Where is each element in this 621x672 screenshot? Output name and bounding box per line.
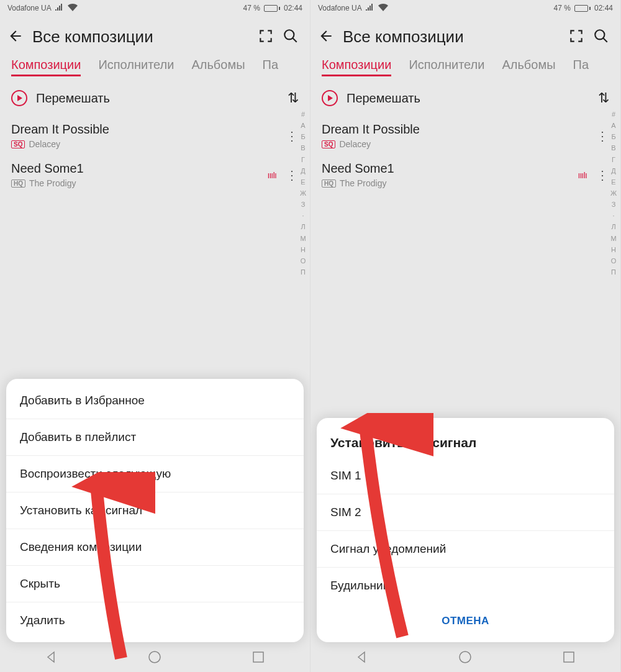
clock: 02:44 xyxy=(284,4,302,12)
play-icon xyxy=(322,90,338,106)
song-artist: The Prodigy xyxy=(340,178,386,188)
sort-icon[interactable]: ⇅ xyxy=(288,90,299,106)
battery-icon xyxy=(264,5,280,12)
song-title: Need Some1 xyxy=(322,161,578,176)
clock: 02:44 xyxy=(594,4,613,12)
search-icon[interactable] xyxy=(593,28,609,47)
svg-point-4 xyxy=(460,652,471,663)
wifi-icon xyxy=(68,4,78,13)
sort-icon[interactable]: ⇅ xyxy=(598,90,609,106)
page-title: Все композиции xyxy=(343,27,560,47)
search-icon[interactable] xyxy=(283,28,299,47)
song-item[interactable]: Dream It Possible SQ Delacey ⋮ xyxy=(11,116,299,155)
more-icon[interactable]: ⋮ xyxy=(285,129,299,143)
ringtone-dialog: Установить как сигнал SIM 1 SIM 2 Сигнал… xyxy=(317,418,614,642)
song-item[interactable]: Need Some1 HQ The Prodigy ıııIı ⋮ xyxy=(322,155,609,194)
scan-icon[interactable] xyxy=(568,28,584,47)
song-artist: Delacey xyxy=(339,139,371,149)
wifi-icon xyxy=(378,4,388,13)
song-artist: The Prodigy xyxy=(29,178,76,188)
status-bar: Vodafone UA 47 % 02:44 xyxy=(310,0,620,16)
header: Все композиции xyxy=(310,16,620,58)
signal-icon xyxy=(55,4,64,12)
tab-artists[interactable]: Исполнители xyxy=(409,58,484,76)
svg-point-3 xyxy=(595,30,604,39)
menu-hide[interactable]: Скрыть xyxy=(6,566,304,602)
equalizer-icon: ıııIı xyxy=(578,170,587,180)
shuffle-label: Перемешать xyxy=(347,91,589,106)
phone-right: Vodafone UA 47 % 02:44 Все композиции xyxy=(310,0,621,672)
menu-add-playlist[interactable]: Добавить в плейлист xyxy=(6,419,304,456)
alpha-index[interactable]: #АБ ВГД ЕЖЗ ·ЛМ НОП xyxy=(609,109,618,278)
svg-rect-2 xyxy=(253,652,263,662)
header: Все композиции xyxy=(0,16,310,58)
play-icon xyxy=(11,90,27,106)
dialog-title: Установить как сигнал xyxy=(317,422,614,458)
nav-home-icon[interactable] xyxy=(458,650,473,667)
menu-add-favorite[interactable]: Добавить в Избранное xyxy=(6,383,304,419)
song-title: Dream It Possible xyxy=(11,122,285,137)
song-item[interactable]: Need Some1 HQ The Prodigy ıııIı ⋮ xyxy=(11,155,299,194)
nav-home-icon[interactable] xyxy=(147,650,162,667)
menu-song-info[interactable]: Сведения композиции xyxy=(6,529,304,566)
signal-icon xyxy=(366,4,374,12)
back-icon[interactable] xyxy=(7,28,24,47)
nav-recent-icon[interactable] xyxy=(561,650,576,667)
option-sim2[interactable]: SIM 2 xyxy=(317,494,614,531)
battery-pct: 47 % xyxy=(243,4,260,12)
quality-badge: SQ xyxy=(11,140,25,148)
quality-badge: HQ xyxy=(11,179,25,188)
page-title: Все композиции xyxy=(32,27,249,47)
more-icon[interactable]: ⋮ xyxy=(596,129,609,143)
option-alarm[interactable]: Будильник xyxy=(317,568,614,604)
battery-pct: 47 % xyxy=(554,4,571,12)
tab-songs[interactable]: Композиции xyxy=(322,58,391,76)
tabs: Композиции Исполнители Альбомы Па xyxy=(0,58,310,80)
menu-set-ringtone[interactable]: Установить как сигнал xyxy=(6,493,304,529)
tab-more[interactable]: Па xyxy=(263,58,279,76)
menu-play-next[interactable]: Воспроизвести следующую xyxy=(6,456,304,493)
svg-point-0 xyxy=(284,30,294,39)
nav-bar xyxy=(0,645,310,672)
equalizer-icon: ıııIı xyxy=(268,170,276,180)
alpha-index[interactable]: #АБ ВГД ЕЖЗ ·ЛМ НОП xyxy=(299,109,307,278)
song-item[interactable]: Dream It Possible SQ Delacey ⋮ xyxy=(322,116,609,155)
nav-bar xyxy=(310,645,620,672)
context-menu: Добавить в Избранное Добавить в плейлист… xyxy=(6,379,304,642)
battery-icon xyxy=(574,5,591,12)
carrier-label: Vodafone UA xyxy=(7,4,52,12)
option-sim1[interactable]: SIM 1 xyxy=(317,458,614,494)
cancel-button[interactable]: ОТМЕНА xyxy=(317,604,614,638)
tab-albums[interactable]: Альбомы xyxy=(502,58,555,76)
more-icon[interactable]: ⋮ xyxy=(596,168,609,183)
quality-badge: HQ xyxy=(322,179,336,188)
nav-back-icon[interactable] xyxy=(355,650,369,667)
status-bar: Vodafone UA 47 % 02:44 xyxy=(0,0,310,16)
carrier-label: Vodafone UA xyxy=(318,4,362,12)
svg-point-1 xyxy=(149,652,160,663)
tab-artists[interactable]: Исполнители xyxy=(98,58,174,76)
song-artist: Delacey xyxy=(29,139,60,149)
shuffle-row[interactable]: Перемешать ⇅ xyxy=(11,80,299,116)
option-notification[interactable]: Сигнал уведомлений xyxy=(317,531,614,568)
tab-more[interactable]: Па xyxy=(573,58,589,76)
nav-back-icon[interactable] xyxy=(44,650,59,667)
phone-left: Vodafone UA 47 % 02:44 Все композиции xyxy=(0,0,310,672)
song-title: Need Some1 xyxy=(11,161,268,176)
scan-icon[interactable] xyxy=(258,28,274,47)
shuffle-label: Перемешать xyxy=(36,91,279,106)
back-icon[interactable] xyxy=(318,28,334,47)
menu-delete[interactable]: Удалить xyxy=(6,602,304,638)
svg-rect-5 xyxy=(564,652,574,662)
tabs: Композиции Исполнители Альбомы Па xyxy=(310,58,620,80)
tab-albums[interactable]: Альбомы xyxy=(191,58,245,76)
song-title: Dream It Possible xyxy=(322,122,596,137)
nav-recent-icon[interactable] xyxy=(251,650,266,667)
more-icon[interactable]: ⋮ xyxy=(285,168,299,183)
quality-badge: SQ xyxy=(322,140,335,148)
shuffle-row[interactable]: Перемешать ⇅ xyxy=(322,80,609,116)
tab-songs[interactable]: Композиции xyxy=(11,58,81,76)
